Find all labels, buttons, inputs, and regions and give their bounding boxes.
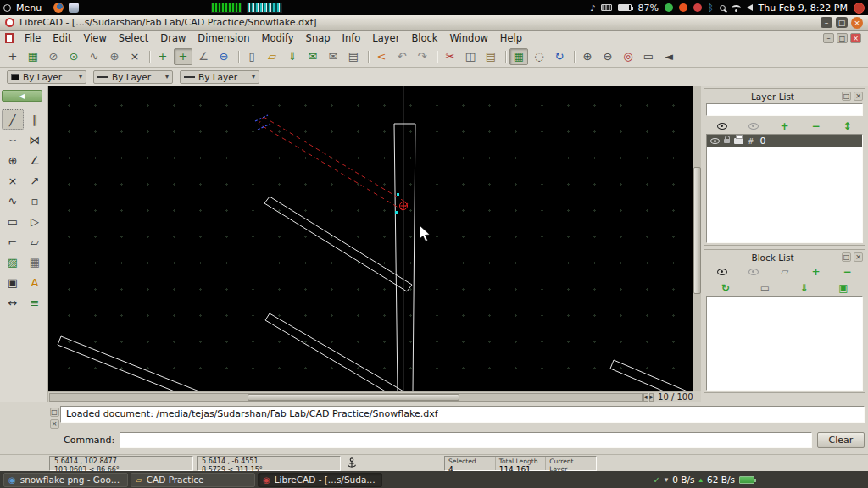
music-player-icon[interactable]: ♪ xyxy=(590,3,595,13)
menu-draw[interactable]: Draw xyxy=(154,30,192,46)
export-drawing-icon[interactable]: ✉ xyxy=(324,48,342,65)
save-block-icon[interactable]: ⇓ xyxy=(794,280,815,295)
polyline-tool[interactable]: ⌐ xyxy=(2,231,24,252)
menu-file[interactable]: File xyxy=(19,30,47,46)
layer-list-float-button[interactable]: □ xyxy=(842,92,851,101)
snap-entity-icon[interactable]: ∿ xyxy=(85,48,103,65)
add-block-icon[interactable]: + xyxy=(806,264,826,279)
rename-block-icon[interactable]: ▭ xyxy=(754,280,775,295)
line-tool[interactable]: ╱ xyxy=(2,109,24,130)
snap-endpoints-icon[interactable]: ⊙ xyxy=(64,48,83,65)
menu-block[interactable]: Block xyxy=(405,30,443,46)
block-hide-all-icon[interactable] xyxy=(743,264,764,279)
keyboard-layout-icon[interactable] xyxy=(601,4,612,11)
spline-tool[interactable]: ∿ xyxy=(2,191,24,211)
parallel-tool[interactable]: ∥ xyxy=(24,109,46,130)
flag-tool[interactable]: ▷ xyxy=(24,211,46,231)
arc-tool[interactable]: ⌣ xyxy=(2,130,24,150)
dimension-tool[interactable]: ↔ xyxy=(2,292,24,313)
hscroll-track[interactable] xyxy=(49,393,643,402)
drawing-canvas[interactable] xyxy=(48,86,693,391)
layer-show-all-icon[interactable] xyxy=(712,119,732,133)
layer-list-close-button[interactable]: × xyxy=(854,92,863,101)
update-block-icon[interactable]: ↻ xyxy=(715,280,736,295)
order-tool[interactable]: ≡ xyxy=(24,292,46,313)
menu-button[interactable]: Menu xyxy=(16,3,42,14)
hatch-tool[interactable]: ▨ xyxy=(2,252,24,272)
layer-filter-input[interactable] xyxy=(706,103,863,116)
zoom-pointer-icon[interactable]: ◌ xyxy=(530,48,548,65)
add-entity-icon[interactable]: + xyxy=(3,48,22,65)
menu-select[interactable]: Select xyxy=(113,30,154,46)
mdi-minimize-button[interactable]: – xyxy=(823,33,834,43)
point-tool[interactable]: ▫ xyxy=(24,191,46,211)
status-ok-icon[interactable]: ✓ xyxy=(653,475,659,485)
previous-view-icon[interactable]: ◄ xyxy=(659,48,678,65)
arrow-tool[interactable]: ↗ xyxy=(24,170,46,191)
snap-distance-icon[interactable]: + xyxy=(174,48,192,65)
cut-icon[interactable]: ✂ xyxy=(441,48,459,65)
palette-back-button[interactable]: ◀ xyxy=(2,90,42,102)
horizontal-scrollbar[interactable]: ◂ ▸ 10 / 100 xyxy=(48,391,693,402)
layer-construction-icon[interactable]: # xyxy=(748,137,754,146)
vertical-scrollbar[interactable] xyxy=(693,86,701,402)
lock-relative-zero-icon[interactable]: ⊖ xyxy=(214,48,233,65)
shutdown-button[interactable] xyxy=(854,3,865,14)
import-block-icon[interactable]: ✉ xyxy=(303,48,322,65)
new-document-icon[interactable]: ▯ xyxy=(242,48,261,65)
snap-intersection-icon[interactable]: × xyxy=(125,48,144,65)
files-launcher-icon[interactable] xyxy=(69,3,79,13)
polygon-tool[interactable]: ▱ xyxy=(24,231,46,252)
zoom-auto-icon[interactable]: ◎ xyxy=(619,48,637,65)
mdi-close-button[interactable]: × xyxy=(850,33,861,43)
remove-layer-icon[interactable]: − xyxy=(806,119,826,133)
command-dock-close-button[interactable]: × xyxy=(50,419,59,429)
rect-tool[interactable]: ▭ xyxy=(2,211,24,231)
battery-indicator-icon[interactable] xyxy=(618,4,632,11)
battery-icon[interactable] xyxy=(739,476,754,484)
hscroll-thumb[interactable] xyxy=(248,394,459,401)
firefox-launcher-icon[interactable] xyxy=(53,3,64,13)
zoom-window-icon[interactable]: ▭ xyxy=(639,48,658,65)
window-close-button[interactable]: × xyxy=(851,17,863,29)
dropbox-tray-icon[interactable] xyxy=(665,3,673,12)
sync-tray-icon[interactable] xyxy=(693,3,702,12)
taskbar-item-files[interactable]: ▱CAD Practice xyxy=(131,473,255,487)
menu-window[interactable]: Window xyxy=(444,30,494,46)
menu-help[interactable]: Help xyxy=(494,30,528,46)
window-maximize-button[interactable]: □ xyxy=(836,17,848,28)
snap-center-icon[interactable]: ⊕ xyxy=(105,48,124,65)
redo-icon[interactable]: ↷ xyxy=(413,48,431,65)
zoom-in-icon[interactable]: ⊕ xyxy=(578,48,597,65)
layer-lock-icon[interactable] xyxy=(724,139,730,143)
back-icon[interactable]: < xyxy=(372,48,391,65)
ubuntu-tray-icon[interactable] xyxy=(679,3,687,12)
network-icon[interactable] xyxy=(732,5,741,11)
paste-icon[interactable]: ▤ xyxy=(481,48,500,65)
menu-view[interactable]: View xyxy=(78,30,113,46)
block-list-close-button[interactable]: × xyxy=(854,252,863,262)
mdi-restore-button[interactable]: □ xyxy=(837,33,848,43)
edit-layer-icon[interactable]: ↕ xyxy=(837,119,858,133)
session-power-icon[interactable] xyxy=(3,4,11,12)
layer-visible-icon[interactable] xyxy=(710,138,720,144)
mirror-tool[interactable]: ⋈ xyxy=(24,130,46,150)
command-input[interactable] xyxy=(120,432,812,448)
clock[interactable]: Thu Feb 9, 8:22 PM xyxy=(759,3,848,14)
cpu-monitor-graph[interactable] xyxy=(211,3,242,13)
volume-icon[interactable] xyxy=(747,4,753,11)
layer-print-icon[interactable] xyxy=(734,138,743,144)
angle-tool[interactable]: ∠ xyxy=(24,150,46,170)
menu-modify[interactable]: Modify xyxy=(256,30,300,46)
open-document-icon[interactable]: ▱ xyxy=(263,48,281,65)
copy-icon[interactable]: ◫ xyxy=(461,48,480,65)
vscroll-track[interactable] xyxy=(693,86,701,391)
scroll-right-button[interactable]: ▸ xyxy=(649,393,654,402)
redraw-icon[interactable]: ↻ xyxy=(550,48,569,65)
block-show-all-icon[interactable] xyxy=(712,264,732,279)
save-document-icon[interactable]: ⇓ xyxy=(283,48,302,65)
search-icon[interactable] xyxy=(720,5,726,11)
command-history[interactable]: Loaded document: /media/tejas/Sudarshan/… xyxy=(60,406,865,423)
pen-width-select[interactable]: By Layer ▾ xyxy=(93,70,173,84)
delete-tool[interactable]: × xyxy=(2,170,24,191)
